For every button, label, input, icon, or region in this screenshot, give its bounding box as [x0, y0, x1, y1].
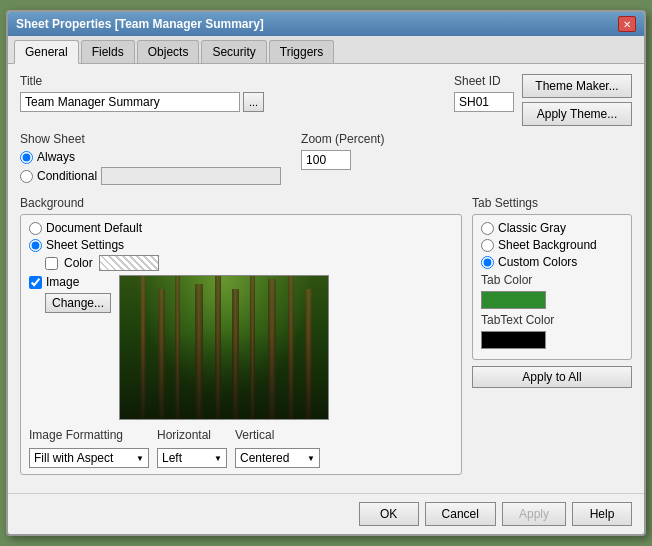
tab-objects[interactable]: Objects: [137, 40, 200, 63]
zoom-block: Zoom (Percent): [301, 132, 384, 170]
custom-colors-radio[interactable]: [481, 256, 494, 269]
help-button[interactable]: Help: [572, 502, 632, 526]
show-sheet-label: Show Sheet: [20, 132, 281, 146]
sheet-settings-row: Sheet Settings: [29, 238, 453, 252]
classic-gray-label: Classic Gray: [498, 221, 566, 235]
horizontal-arrow: ▼: [214, 454, 222, 463]
theme-buttons: Theme Maker... Apply Theme...: [522, 74, 632, 126]
horizontal-dropdown-wrapper: Left ▼: [157, 448, 227, 468]
right-panel: Tab Settings Classic Gray Sheet Backgrou…: [472, 196, 632, 483]
horizontal-value: Left: [162, 451, 182, 465]
image-section: Image Change...: [29, 275, 453, 420]
theme-maker-button[interactable]: Theme Maker...: [522, 74, 632, 98]
title-ellipsis-button[interactable]: ...: [243, 92, 264, 112]
image-formatting-group: Image Formatting Fill with Aspect ▼: [29, 428, 149, 468]
doc-default-label: Document Default: [46, 221, 142, 235]
tab-text-color-section: TabText Color: [481, 313, 623, 349]
tab-security[interactable]: Security: [201, 40, 266, 63]
image-formatting-dropdown-wrapper: Fill with Aspect ▼: [29, 448, 149, 468]
conditional-radio[interactable]: [20, 170, 33, 183]
image-formatting-value: Fill with Aspect: [34, 451, 113, 465]
tab-color-section: Tab Color: [481, 273, 623, 309]
apply-to-all-button[interactable]: Apply to All: [472, 366, 632, 388]
image-preview: [119, 275, 329, 420]
tab-color-label: Tab Color: [481, 273, 623, 287]
image-formatting-arrow: ▼: [136, 454, 144, 463]
sheet-background-row: Sheet Background: [481, 238, 623, 252]
vertical-label: Vertical: [235, 428, 320, 442]
title-bar: Sheet Properties [Team Manager Summary] …: [8, 12, 644, 36]
show-zoom-row: Show Sheet Always Conditional Zoom (Perc…: [20, 132, 632, 188]
vertical-dropdown[interactable]: Centered ▼: [235, 448, 320, 468]
conditional-input[interactable]: [101, 167, 281, 185]
zoom-label: Zoom (Percent): [301, 132, 384, 146]
title-input[interactable]: [20, 92, 240, 112]
forest-overlay: [120, 276, 328, 419]
dialog-title: Sheet Properties [Team Manager Summary]: [16, 17, 264, 31]
title-label: Title: [20, 74, 446, 88]
image-formatting-label: Image Formatting: [29, 428, 149, 442]
tab-settings-label: Tab Settings: [472, 196, 632, 210]
sheet-id-input[interactable]: [454, 92, 514, 112]
horizontal-label: Horizontal: [157, 428, 227, 442]
background-label: Background: [20, 196, 462, 210]
color-label: Color: [64, 256, 93, 270]
always-radio-row: Always: [20, 150, 281, 164]
background-group: Document Default Sheet Settings Color: [20, 214, 462, 475]
tab-fields[interactable]: Fields: [81, 40, 135, 63]
tab-text-color-label: TabText Color: [481, 313, 623, 327]
cancel-button[interactable]: Cancel: [425, 502, 496, 526]
custom-colors-row: Custom Colors: [481, 255, 623, 269]
classic-gray-radio[interactable]: [481, 222, 494, 235]
image-label: Image: [46, 275, 79, 289]
show-sheet-block: Show Sheet Always Conditional: [20, 132, 281, 188]
zoom-input[interactable]: [301, 150, 351, 170]
horizontal-dropdown[interactable]: Left ▼: [157, 448, 227, 468]
classic-gray-row: Classic Gray: [481, 221, 623, 235]
forest-bg: [120, 276, 328, 419]
image-controls: Image Change...: [29, 275, 111, 420]
vertical-value: Centered: [240, 451, 289, 465]
horizontal-group: Horizontal Left ▼: [157, 428, 227, 468]
tabs-row: General Fields Objects Security Triggers: [8, 36, 644, 64]
color-swatch[interactable]: [99, 255, 159, 271]
sheet-background-label: Sheet Background: [498, 238, 597, 252]
tab-triggers[interactable]: Triggers: [269, 40, 335, 63]
custom-colors-label: Custom Colors: [498, 255, 577, 269]
vertical-arrow: ▼: [307, 454, 315, 463]
content-area: Title ... Sheet ID Theme Maker... Apply …: [8, 64, 644, 493]
change-button[interactable]: Change...: [45, 293, 111, 313]
tab-color-swatch[interactable]: [481, 291, 546, 309]
image-formatting-dropdown[interactable]: Fill with Aspect ▼: [29, 448, 149, 468]
left-panel: Background Document Default Sheet Settin…: [20, 196, 462, 483]
close-button[interactable]: ✕: [618, 16, 636, 32]
tab-settings-group: Classic Gray Sheet Background Custom Col…: [472, 214, 632, 360]
title-block: Title ...: [20, 74, 446, 126]
color-row: Color: [45, 255, 453, 271]
sheet-properties-dialog: Sheet Properties [Team Manager Summary] …: [6, 10, 646, 536]
image-checkbox[interactable]: [29, 276, 42, 289]
conditional-radio-row: Conditional: [20, 167, 281, 185]
conditional-label: Conditional: [37, 169, 97, 183]
always-label: Always: [37, 150, 75, 164]
apply-button[interactable]: Apply: [502, 502, 566, 526]
vertical-dropdown-wrapper: Centered ▼: [235, 448, 320, 468]
main-body: Background Document Default Sheet Settin…: [20, 196, 632, 483]
sheet-settings-radio[interactable]: [29, 239, 42, 252]
apply-theme-button[interactable]: Apply Theme...: [522, 102, 632, 126]
image-checkbox-row: Image: [29, 275, 111, 289]
top-section: Title ... Sheet ID Theme Maker... Apply …: [20, 74, 632, 126]
format-dropdowns: Image Formatting Fill with Aspect ▼ Hori…: [29, 428, 453, 468]
color-checkbox[interactable]: [45, 257, 58, 270]
ok-button[interactable]: OK: [359, 502, 419, 526]
doc-default-row: Document Default: [29, 221, 453, 235]
sheet-id-label: Sheet ID: [454, 74, 514, 88]
doc-default-radio[interactable]: [29, 222, 42, 235]
sheet-background-radio[interactable]: [481, 239, 494, 252]
footer: OK Cancel Apply Help: [8, 493, 644, 534]
tab-general[interactable]: General: [14, 40, 79, 64]
always-radio[interactable]: [20, 151, 33, 164]
vertical-group: Vertical Centered ▼: [235, 428, 320, 468]
sheet-settings-label: Sheet Settings: [46, 238, 124, 252]
tab-text-color-swatch[interactable]: [481, 331, 546, 349]
